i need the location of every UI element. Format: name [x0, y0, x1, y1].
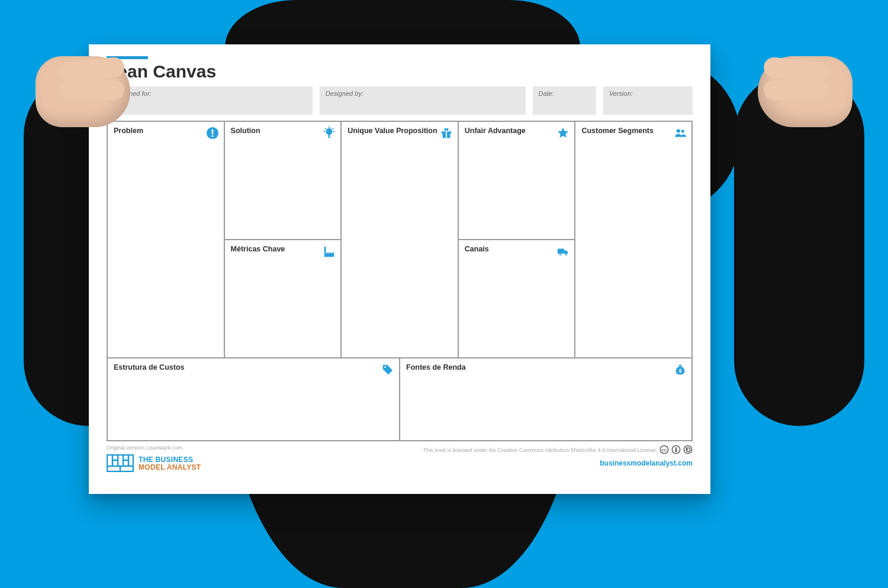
brand-logo-icon [107, 454, 134, 473]
svg-rect-9 [332, 128, 334, 130]
left-hand [36, 56, 130, 127]
block-channels[interactable]: Canais [458, 240, 575, 358]
lightbulb-icon [323, 127, 336, 140]
label-metrics: Métricas Chave [231, 245, 335, 253]
svg-point-19 [384, 366, 386, 368]
svg-point-33 [675, 447, 677, 449]
block-key-metrics[interactable]: Métricas Chave [224, 240, 342, 358]
footer: Original version: Leanstack.com [107, 445, 693, 473]
canvas-grid: Problem Solution Mé [107, 121, 693, 441]
truck-icon [556, 245, 570, 258]
cc-by-icon [671, 445, 681, 455]
svg-rect-8 [324, 128, 326, 130]
block-solution[interactable]: Solution [224, 121, 342, 240]
exclamation-icon [206, 127, 219, 140]
cc-sa-icon [683, 445, 693, 455]
label-costs: Estrutura de Custos [114, 363, 393, 371]
page-title: Lean Canvas [107, 62, 693, 82]
field-designed-for[interactable]: Designed for: [107, 86, 313, 115]
block-customer-segments[interactable]: Customer Segments [575, 121, 692, 358]
label-problem: Problem [114, 127, 218, 135]
svg-point-15 [560, 254, 561, 255]
users-icon [674, 127, 687, 140]
block-unfair-advantage[interactable]: Unfair Advantage [458, 121, 575, 240]
site-link[interactable]: businessmodelanalyst.com [423, 459, 693, 467]
field-designed-by[interactable]: Designed by: [320, 86, 526, 115]
original-credit: Original version: Leanstack.com [107, 445, 201, 451]
gift-icon [440, 127, 453, 140]
svg-rect-34 [675, 449, 677, 452]
label-solution: Solution [231, 127, 335, 135]
lean-canvas-sheet: Lean Canvas Designed for: Designed by: D… [89, 44, 710, 494]
factory-icon [323, 245, 336, 258]
label-channels: Canais [465, 245, 569, 253]
svg-text:CC: CC [662, 448, 667, 452]
label-unfair: Unfair Advantage [465, 127, 569, 135]
label-uvp: Unique Value Proposition [348, 127, 452, 135]
svg-point-18 [681, 130, 684, 133]
block-cost-structure[interactable]: Estrutura de Custos [107, 358, 400, 441]
brand-line-2: MODEL ANALYST [139, 464, 201, 471]
license-text: This work is licensed under the Creative… [423, 447, 657, 453]
block-unique-value-proposition[interactable]: Unique Value Proposition [341, 121, 458, 358]
svg-point-16 [566, 254, 567, 255]
svg-rect-1 [211, 130, 213, 134]
svg-rect-2 [211, 135, 213, 137]
brand: THE BUSINESS MODEL ANALYST [107, 454, 201, 473]
field-date[interactable]: Date: [533, 86, 596, 115]
money-bag-icon: $ [674, 363, 687, 376]
svg-point-17 [677, 129, 680, 133]
svg-rect-3 [328, 137, 330, 138]
svg-text:$: $ [679, 369, 682, 374]
label-revenue: Fontes de Renda [406, 363, 686, 371]
block-revenue-streams[interactable]: Fontes de Renda $ [400, 358, 692, 441]
meta-row: Designed for: Designed by: Date: Version… [107, 86, 693, 115]
star-icon [556, 127, 570, 140]
tag-icon [381, 363, 394, 376]
svg-rect-12 [446, 131, 447, 138]
svg-rect-6 [324, 131, 325, 132]
svg-rect-5 [329, 127, 330, 128]
field-version[interactable]: Version: [603, 86, 693, 115]
svg-rect-7 [333, 131, 334, 132]
cc-icon: CC [659, 445, 669, 455]
label-segments: Customer Segments [581, 127, 686, 135]
block-problem[interactable]: Problem [107, 121, 224, 358]
right-hand [758, 56, 852, 127]
